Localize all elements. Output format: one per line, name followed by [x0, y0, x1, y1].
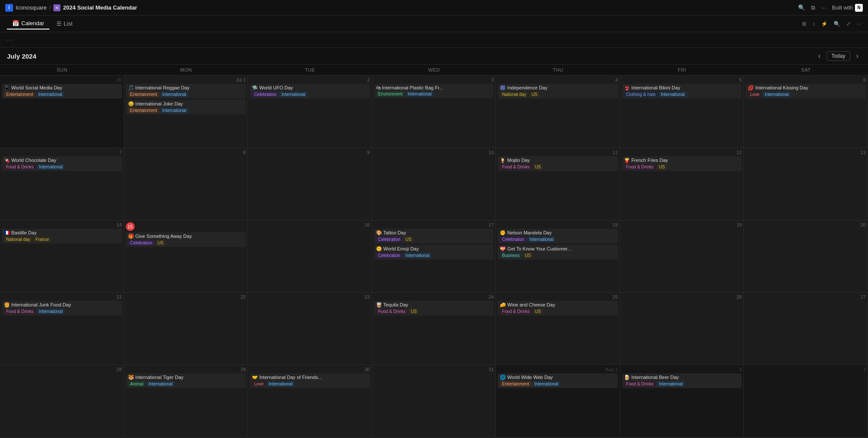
cal-cell[interactable]: 18✊ Nelson Mandela DayCelebrationInterna…	[496, 221, 620, 293]
calendar-icon: 📅	[12, 20, 19, 26]
cal-cell[interactable]: 4🎆 Independence DayNational dayUS	[496, 76, 620, 148]
event-tags: EntertainmentInternational	[500, 381, 616, 387]
more-icon[interactable]: ···	[821, 4, 826, 11]
event[interactable]: 💝 Get To Know Your Customer...BusinessUS	[498, 245, 618, 260]
event[interactable]: 🌐 World Wide Web DayEntertainmentInterna…	[498, 373, 618, 388]
cal-cell[interactable]: 20	[744, 221, 868, 293]
filter-icon[interactable]: ⊞	[802, 21, 806, 27]
cal-cell[interactable]: 10	[372, 148, 496, 221]
cal-cell[interactable]: 2🛸 World UFO DayCelebrationInternational	[248, 76, 372, 148]
share-icon[interactable]: ⤢	[846, 21, 851, 27]
event-tag: France	[33, 237, 51, 242]
event-tag: International	[657, 381, 685, 387]
event[interactable]: 🛍 International Plastic Bag Fr...Environ…	[374, 84, 494, 98]
day-header-mon: Mon	[124, 65, 248, 75]
event-title: 🍔 International Junk Food Day	[4, 302, 120, 308]
event[interactable]: 🛸 World UFO DayCelebrationInternational	[250, 84, 370, 99]
event[interactable]: 🍺 International Beer DayFood & DrinksInt…	[622, 373, 742, 388]
tab-list[interactable]: ☰ List	[51, 18, 78, 30]
brand-name[interactable]: Iconosquare	[16, 4, 47, 11]
event[interactable]: 🎁 Give Something Away DayCelebrationUS	[126, 232, 246, 247]
event[interactable]: 🍹 Mojito DayFood & DrinksUS	[498, 156, 618, 171]
cal-cell[interactable]: 27	[744, 293, 868, 365]
search-icon[interactable]: 🔍	[798, 4, 805, 11]
event-tags: EntertainmentInternational	[128, 108, 244, 113]
cal-cell[interactable]: 3🛍 International Plastic Bag Fr...Enviro…	[372, 76, 496, 148]
cal-cell[interactable]: 30📱 World Social Media DayEntertainmentI…	[0, 76, 124, 148]
event-tag: International	[279, 92, 307, 97]
copy-icon[interactable]: ⧉	[811, 4, 815, 11]
notion-icon-small: N	[53, 4, 60, 11]
cal-cell[interactable]: 24🥃 Tequila DayFood & DrinksUS	[372, 293, 496, 365]
cal-cell[interactable]: 5👙 International Bikini DayClothing & ha…	[620, 76, 744, 148]
event[interactable]: 💋 International Kissing DayLoveInternati…	[746, 84, 866, 99]
cal-cell[interactable]: Jul 1🎵 International Reggae DayEntertain…	[124, 76, 248, 148]
subbar: 📅 Calendar ☰ List ⊞ ↕ ⚡ 🔍 ⤢ ···	[0, 16, 868, 32]
cal-cell[interactable]: 3	[744, 365, 868, 438]
cal-cell[interactable]: 30🤝 International Day of Friends...LoveI…	[248, 365, 372, 438]
event-tag: International	[146, 381, 175, 387]
sort-icon[interactable]: ↕	[812, 21, 815, 27]
event[interactable]: 👙 International Bikini DayClothing & hat…	[622, 84, 742, 99]
cal-cell[interactable]: Aug 1🌐 World Wide Web DayEntertainmentIn…	[496, 365, 620, 438]
cal-cell[interactable]: 9	[248, 148, 372, 221]
cal-cell[interactable]: 28	[0, 365, 124, 438]
day-number: 22	[126, 294, 246, 300]
cal-cell[interactable]: 14🇫🇷 Bastille DayNational dayFrance	[0, 221, 124, 293]
event-tags: Food & DrinksUS	[624, 164, 740, 170]
event-tags: Food & DrinksUS	[500, 164, 616, 170]
event-tags: CelebrationUS	[128, 240, 244, 246]
cal-cell[interactable]: 23	[248, 293, 372, 365]
cal-cell[interactable]: 22	[124, 293, 248, 365]
event[interactable]: ✊ Nelson Mandela DayCelebrationInternati…	[498, 229, 618, 244]
cal-cell[interactable]: 29🐯 International Tiger DayAnimalInterna…	[124, 365, 248, 438]
event[interactable]: 😄 International Joke DayEntertainmentInt…	[126, 100, 246, 115]
day-number: 25	[498, 294, 618, 300]
cal-cell[interactable]: 11🍹 Mojito DayFood & DrinksUS	[496, 148, 620, 221]
tab-calendar[interactable]: 📅 Calendar	[7, 18, 50, 30]
today-button[interactable]: Today	[827, 51, 850, 61]
event[interactable]: 🐯 International Tiger DayAnimalInternati…	[126, 373, 246, 388]
more-sub-icon[interactable]: ···	[857, 21, 861, 27]
event[interactable]: 📱 World Social Media DayEntertainmentInt…	[2, 84, 122, 99]
event-tags: LoveInternational	[252, 381, 368, 387]
event-title: 🎆 Independence Day	[500, 85, 616, 91]
cal-cell[interactable]: 31	[372, 365, 496, 438]
event-tag: International	[762, 92, 791, 97]
cal-cell[interactable]: 8	[124, 148, 248, 221]
next-month-button[interactable]: ›	[854, 51, 861, 61]
bolt-icon[interactable]: ⚡	[821, 21, 828, 27]
toolbar-more[interactable]: ···	[7, 37, 14, 43]
event-tag: US	[155, 240, 166, 246]
cal-cell[interactable]: 16	[248, 221, 372, 293]
event[interactable]: 🇫🇷 Bastille DayNational dayFrance	[2, 229, 122, 244]
event[interactable]: 🎨 Tattoo DayCelebrationUS	[374, 229, 494, 244]
event[interactable]: 🍟 French Fries DayFood & DrinksUS	[622, 156, 742, 171]
cal-cell[interactable]: 26	[620, 293, 744, 365]
event[interactable]: 🥃 Tequila DayFood & DrinksUS	[374, 301, 494, 316]
cal-cell[interactable]: 13	[744, 148, 868, 221]
subbar-right: ⊞ ↕ ⚡ 🔍 ⤢ ···	[802, 21, 861, 27]
day-number: 6	[746, 77, 866, 82]
event[interactable]: 🧀 Wine and Cheese DayFood & DrinksUS	[498, 301, 618, 316]
day-number: 28	[2, 367, 122, 372]
event[interactable]: 🍔 International Junk Food DayFood & Drin…	[2, 301, 122, 316]
cal-cell[interactable]: 19	[620, 221, 744, 293]
event[interactable]: 😊 World Emoji DayCelebrationInternationa…	[374, 245, 494, 260]
event-tag: International	[160, 92, 188, 97]
cal-cell[interactable]: 7🍫 World Chocolate DayFood & DrinksInter…	[0, 148, 124, 221]
cal-cell[interactable]: 25🧀 Wine and Cheese DayFood & DrinksUS	[496, 293, 620, 365]
page-title: 2024 Social Media Calendar	[63, 4, 137, 11]
cal-cell[interactable]: 17🎨 Tattoo DayCelebrationUS😊 World Emoji…	[372, 221, 496, 293]
cal-cell[interactable]: 2🍺 International Beer DayFood & DrinksIn…	[620, 365, 744, 438]
cal-cell[interactable]: 12🍟 French Fries DayFood & DrinksUS	[620, 148, 744, 221]
cal-cell[interactable]: 6💋 International Kissing DayLoveInternat…	[744, 76, 868, 148]
event[interactable]: 🍫 World Chocolate DayFood & DrinksIntern…	[2, 156, 122, 171]
event[interactable]: 🎵 International Reggae DayEntertainmentI…	[126, 84, 246, 99]
cal-cell[interactable]: 15🎁 Give Something Away DayCelebrationUS	[124, 221, 248, 293]
prev-month-button[interactable]: ‹	[815, 51, 823, 61]
search-icon-sub[interactable]: 🔍	[834, 21, 840, 27]
event[interactable]: 🤝 International Day of Friends...LoveInt…	[250, 373, 370, 388]
cal-cell[interactable]: 21🍔 International Junk Food DayFood & Dr…	[0, 293, 124, 365]
event[interactable]: 🎆 Independence DayNational dayUS	[498, 84, 618, 99]
